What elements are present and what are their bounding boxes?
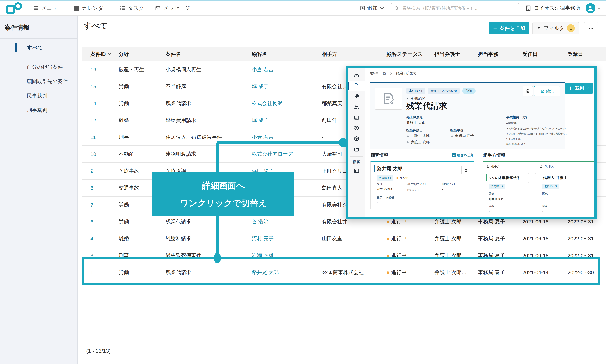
nav-item-3[interactable]: タスク [120,5,144,12]
cell-customer[interactable]: 河村 亮子 [252,235,322,242]
cell-customer[interactable]: 岩瀬 季雄 [252,252,322,259]
rail-folder-tab[interactable] [348,144,365,155]
cell-customer[interactable]: 路井尾 太郎 [252,269,322,276]
cell-customer[interactable]: 株式会社アローズ [252,151,322,157]
column-header[interactable]: 担当事務 [478,51,522,58]
column-header[interactable]: 受任日 [522,51,567,58]
office-switcher[interactable]: ロイオズ法律事務所 [525,5,580,12]
column-header[interactable]: 担当弁護士 [434,51,478,58]
person-icon [406,141,410,143]
sidebar-item-label: すべて [27,44,43,51]
nav-item-2[interactable]: カレンダー [74,5,109,12]
cell-customer[interactable]: 堀 成子 [252,117,322,124]
search-input[interactable] [401,5,516,11]
cell-id[interactable]: 14 [82,101,119,106]
nav-item-1[interactable]: メニュー [33,5,63,12]
edit-case-button[interactable]: 編集 [534,86,560,96]
sidebar-item-1[interactable]: 自分の担当案件 [0,60,77,74]
ellipsis-icon [589,26,594,31]
column-header-label: 相手方 [322,51,337,58]
note-label: 備考 [542,205,548,208]
rail-history-tab[interactable] [348,123,365,133]
rail-customer-card-tab[interactable] [348,165,365,176]
rail-gavel-tab[interactable] [348,91,365,102]
cell-id[interactable]: 3 [82,253,119,259]
breadcrumb-parent[interactable]: 案件一覧 [370,71,387,76]
relation-label: 関係 [542,192,548,195]
remove-customer-button[interactable] [461,165,471,175]
overview-label: 事案概要・方針 [506,115,561,119]
column-header[interactable]: 相手方 [322,51,387,58]
rail-dashboard-tab[interactable] [348,70,365,81]
add-court-button[interactable]: 裁判 [564,83,593,93]
cell-id[interactable]: 4 [82,236,119,242]
opponent-id-badge: 名簿ID：2 [489,184,505,189]
cell-id[interactable]: 10 [82,151,119,157]
sidebar-item-3[interactable]: 民事裁判 [0,89,77,103]
cell-customer[interactable]: 菅 浩治 [252,218,322,225]
cell-id[interactable]: 9 [82,168,119,174]
category-tag: 労働 [462,88,476,94]
filter-count-badge: 1 [567,24,575,32]
column-header[interactable]: 案件名 [166,51,252,58]
column-header[interactable]: 案件ID [82,51,119,58]
add-menu-button[interactable]: 追加 [360,5,385,12]
more-actions-button[interactable] [584,22,598,35]
table-row-case-3[interactable]: 3刑事過失致死傷事件岩瀬 季雄-進行中弁護士 次郎事務局 夏子2021-06-1… [82,247,606,264]
cell-id[interactable]: 1 [82,270,119,275]
column-header-label: 案件ID [90,51,106,58]
app-logo-icon[interactable] [5,2,25,14]
cell-id[interactable]: 11 [82,134,119,140]
column-header[interactable]: 顧客名 [252,51,322,58]
cell-id[interactable]: 12 [82,117,119,123]
cell-customer[interactable]: 堀 成子 [252,83,322,90]
cell-opponent: 山田友里 [322,235,387,242]
accent-bar [540,174,541,181]
sidebar-item-all[interactable]: すべて [0,39,77,57]
rail-case-file-tab[interactable] [348,81,365,91]
chevron-down-icon [379,5,385,11]
cell-reg_date: 2022-05-31 [567,236,606,242]
relation-label: 関係 [489,192,494,195]
cell-customer[interactable]: 小倉 君吉 [252,134,322,141]
column-header[interactable]: 登録日 [567,51,606,58]
cell-customer[interactable]: 浜口 陽子 [252,168,322,174]
add-customer-link[interactable]: ＋ 顧客を追加 [452,153,474,157]
column-header-label: 担当弁護士 [434,51,460,58]
cell-id[interactable]: 15 [82,84,119,90]
sidebar-item-2[interactable]: 顧問取引先の案件 [0,74,77,89]
customer-field-label: 事件処理完了日 [407,182,428,186]
column-header-label: 受任日 [522,51,538,58]
customer-name[interactable]: 路井尾 太郎 [377,165,402,172]
users-icon [354,104,360,110]
cell-case_name: 住居侵入、窃盗被告事件 [166,134,252,141]
table-row-case-1[interactable]: 1労働残業代請求路井尾 太郎○×▲商事株式会社進行中弁護士 次郎…事務局 春子2… [82,264,606,281]
plus-square-icon [360,5,365,11]
cell-field: 破産・再生 [119,66,166,73]
cell-id[interactable]: 7 [82,202,119,208]
user-menu[interactable] [585,3,601,13]
rail-cube-tab[interactable] [348,133,365,144]
sidebar-item-4[interactable]: 刑事裁判 [0,103,77,117]
column-header[interactable]: 顧客ステータス [387,51,434,58]
sidebar: 案件情報 すべて 自分の担当案件顧問取引先の案件民事裁判刑事裁判 [0,16,78,364]
column-header[interactable]: 分野 [119,51,166,58]
rail-users-tab[interactable] [348,102,365,112]
table-row-case-4[interactable]: 4離婚慰謝料請求河村 亮子山田友里進行中弁護士 次郎事務局 夏子2021-06-… [82,230,606,247]
nav-item-4[interactable]: メッセージ [155,5,190,12]
filter-button[interactable]: フィルタ 1 [532,22,579,35]
cell-id[interactable]: 16 [82,67,119,73]
delete-case-button[interactable] [523,86,533,96]
topbar-nav: メニューカレンダータスクメッセージ [33,5,190,12]
cell-id[interactable]: 6 [82,219,119,225]
cell-customer[interactable]: 小倉 君吉 [252,66,322,73]
agent-id-badge: 名簿ID：3 [542,184,559,189]
pagination: (1 - 13/13) [86,348,111,354]
cell-customer[interactable]: 株式会社長沢 [252,100,322,107]
note-value: - [542,209,543,213]
opponent-menu-button[interactable] [528,173,536,183]
rail-credit-card-tab[interactable] [348,112,365,123]
add-case-button[interactable]: 案件を追加 [489,22,529,35]
add-customer-label: 顧客を追加 [457,153,474,157]
cell-id[interactable]: 8 [82,185,119,191]
